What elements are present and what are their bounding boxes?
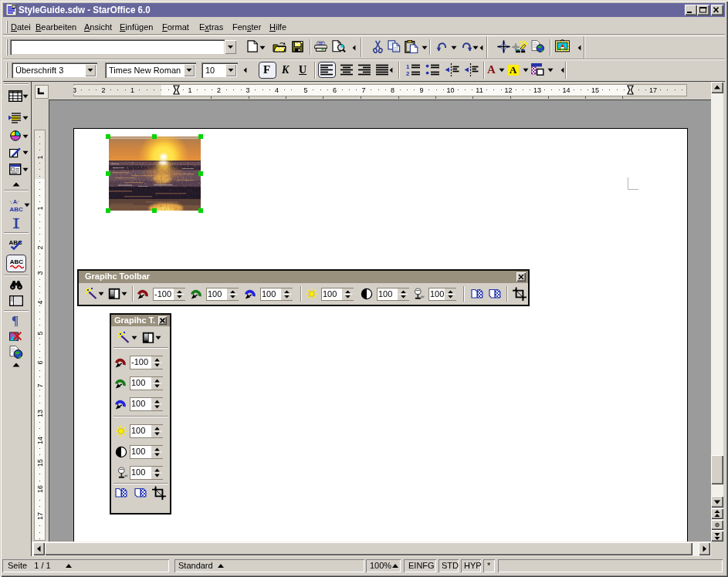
svg-text:15: 15 (36, 459, 44, 467)
svg-text:3: 3 (73, 86, 76, 94)
svg-text:6: 6 (333, 86, 337, 94)
svg-text:7: 7 (361, 86, 365, 94)
svg-text:2: 2 (217, 86, 221, 94)
svg-text:5: 5 (36, 331, 44, 335)
svg-text:17: 17 (36, 512, 44, 520)
svg-text:15: 15 (591, 86, 599, 94)
svg-text:1: 1 (36, 206, 44, 210)
svg-text:17: 17 (649, 86, 657, 94)
svg-text:14: 14 (562, 86, 570, 94)
svg-text:1: 1 (36, 155, 44, 159)
svg-text:4: 4 (275, 86, 279, 94)
svg-text:5: 5 (303, 86, 307, 94)
svg-text:6: 6 (36, 360, 44, 364)
svg-text:3: 3 (36, 271, 44, 275)
svg-text:10: 10 (446, 86, 454, 94)
svg-text:1: 1 (188, 86, 191, 94)
svg-text:1: 1 (130, 86, 134, 94)
svg-text:3: 3 (245, 86, 249, 94)
svg-text:13: 13 (36, 410, 44, 417)
svg-text:9: 9 (419, 86, 423, 94)
svg-text:2: 2 (101, 86, 105, 94)
svg-text:7: 7 (36, 383, 44, 387)
svg-text:14: 14 (36, 437, 44, 444)
svg-text:8: 8 (391, 86, 394, 94)
svg-text:13: 13 (533, 86, 541, 94)
svg-text:11: 11 (476, 86, 483, 94)
svg-text:4: 4 (36, 300, 44, 304)
svg-text:12: 12 (504, 86, 512, 94)
svg-text:2: 2 (36, 245, 44, 249)
svg-text:16: 16 (36, 485, 44, 493)
